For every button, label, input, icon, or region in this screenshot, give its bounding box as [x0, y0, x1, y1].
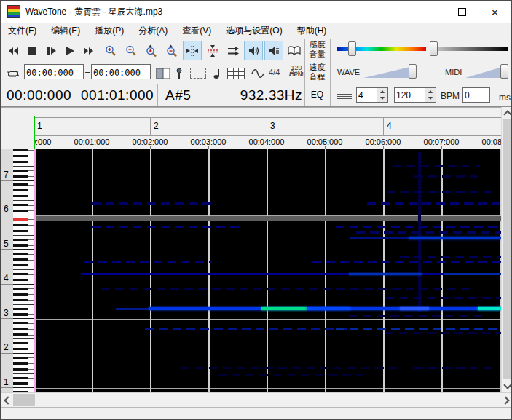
tempo-input[interactable] [395, 88, 425, 102]
black-key[interactable] [13, 175, 28, 177]
black-key[interactable] [13, 288, 28, 290]
fit-vertical-button[interactable] [203, 41, 222, 60]
beats-input[interactable] [357, 88, 377, 102]
black-key[interactable] [13, 308, 28, 310]
black-key[interactable] [13, 239, 28, 241]
black-key[interactable] [13, 161, 28, 163]
midi-slider-thumb[interactable] [500, 64, 508, 79]
rewind-button[interactable] [4, 41, 23, 60]
black-key[interactable] [13, 183, 28, 186]
menu-item-6[interactable]: 帮助(H) [290, 23, 334, 39]
split-view-button[interactable] [154, 63, 173, 83]
menu-item-1[interactable]: 编辑(E) [44, 23, 87, 39]
black-key[interactable] [13, 210, 28, 212]
volume-slider-track[interactable] [432, 47, 508, 51]
black-key[interactable] [13, 348, 28, 350]
black-key[interactable] [13, 273, 28, 275]
zoom-out-horizontal-button[interactable] [122, 41, 141, 60]
loop-start-input[interactable] [24, 64, 84, 79]
eq-icon[interactable] [337, 90, 352, 99]
midi-sound-button[interactable] [264, 41, 283, 60]
black-key[interactable] [13, 155, 28, 157]
auto-scroll-button[interactable] [224, 41, 243, 60]
black-key[interactable] [13, 328, 28, 330]
minimize-button[interactable] [413, 1, 446, 23]
offset-field[interactable] [462, 87, 490, 103]
menu-item-5[interactable]: 选项与设置(O) [218, 23, 289, 39]
horizontal-scrollbar[interactable] [1, 392, 512, 407]
black-key[interactable] [13, 382, 28, 384]
score-book-button[interactable] [285, 41, 304, 60]
volume-slider-thumb[interactable] [430, 41, 438, 56]
menu-item-4[interactable]: 查看(V) [175, 23, 218, 39]
tempo-down-button[interactable] [425, 95, 436, 103]
black-key[interactable] [13, 279, 28, 281]
scroll-up-button[interactable] [502, 107, 512, 119]
black-key[interactable] [13, 362, 28, 365]
black-key[interactable] [13, 204, 28, 206]
zoom-in-vertical-button[interactable] [142, 41, 161, 60]
black-key[interactable] [13, 189, 28, 191]
maximize-button[interactable] [446, 1, 478, 23]
note-input-button[interactable] [210, 63, 224, 83]
fit-horizontal-button[interactable] [183, 41, 202, 60]
black-key[interactable] [13, 357, 28, 359]
wave-sound-button[interactable] [244, 41, 263, 60]
scroll-right-button[interactable] [500, 393, 512, 407]
scroll-down-button[interactable] [502, 380, 512, 392]
marker-pin-button[interactable] [173, 63, 186, 83]
spectrogram[interactable] [36, 149, 501, 392]
time-ruler[interactable]: 00:00:00000:01:00000:02:00000:03:00000:0… [34, 137, 501, 150]
black-key[interactable] [13, 377, 28, 379]
black-key[interactable] [13, 149, 28, 151]
pause-play-button[interactable] [42, 41, 60, 60]
black-key[interactable] [13, 253, 28, 255]
zoom-in-horizontal-button[interactable] [101, 41, 120, 60]
black-key[interactable] [13, 391, 28, 392]
beats-up-button[interactable] [377, 88, 387, 95]
menu-item-2[interactable]: 播放(P) [87, 23, 131, 39]
menu-item-0[interactable]: 文件(F) [1, 23, 44, 39]
note-grid-button[interactable] [225, 63, 247, 83]
stop-button[interactable] [23, 41, 42, 60]
black-key[interactable] [13, 293, 28, 296]
eq-label[interactable]: EQ [304, 90, 330, 100]
close-button[interactable]: × [478, 1, 511, 23]
black-key[interactable] [13, 195, 28, 197]
beats-down-button[interactable] [377, 95, 387, 103]
tempo-spinner[interactable] [394, 87, 436, 103]
highlighted-key-A#5[interactable] [13, 218, 28, 221]
fast-forward-button[interactable] [79, 41, 98, 60]
vertical-scrollbar[interactable] [501, 107, 512, 392]
key-signature-display[interactable]: Am [289, 68, 302, 78]
piano-keyboard[interactable] [13, 149, 34, 392]
black-key[interactable] [13, 224, 28, 226]
timeline-ruler[interactable]: 1234 00:00:00000:01:00000:02:00000:03:00… [1, 107, 501, 150]
measure-ruler[interactable]: 1234 [34, 117, 501, 136]
black-key[interactable] [13, 170, 28, 172]
sensitivity-slider-thumb[interactable] [348, 41, 356, 56]
black-key[interactable] [13, 230, 28, 232]
time-signature-display[interactable]: 4/4 [269, 68, 280, 76]
black-key[interactable] [13, 258, 28, 261]
zoom-out-vertical-button[interactable] [162, 41, 181, 60]
wave-slider-thumb[interactable] [409, 64, 417, 79]
black-key[interactable] [13, 333, 28, 336]
selection-button[interactable] [187, 63, 209, 83]
black-key[interactable] [13, 342, 28, 344]
play-button[interactable] [60, 41, 79, 60]
black-key[interactable] [13, 322, 28, 324]
black-key[interactable] [13, 244, 28, 246]
horizontal-scrollbar-thumb[interactable] [13, 394, 35, 406]
tempo-up-button[interactable] [425, 88, 436, 95]
vertical-scrollbar-thumb[interactable] [503, 119, 512, 379]
scroll-left-button[interactable] [1, 393, 13, 407]
loop-button[interactable] [4, 63, 23, 83]
waveform-button[interactable] [248, 63, 267, 83]
menu-item-3[interactable]: 分析(A) [131, 23, 175, 39]
black-key[interactable] [13, 313, 28, 315]
beats-spinner[interactable] [356, 87, 388, 103]
offset-input[interactable] [463, 88, 489, 102]
loop-end-input[interactable] [91, 64, 151, 79]
black-key[interactable] [13, 299, 28, 301]
